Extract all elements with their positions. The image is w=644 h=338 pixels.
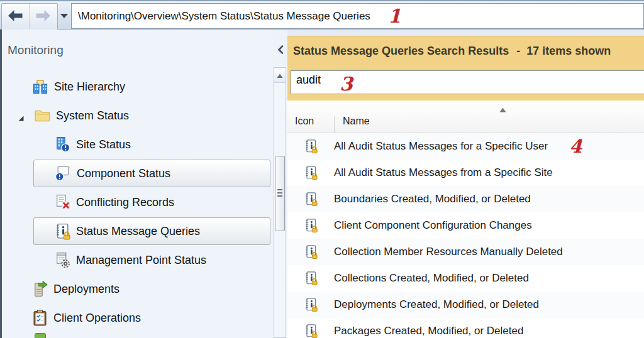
tree-item-label: Client Operations xyxy=(53,312,141,325)
table-row[interactable]: Packages Created, Modified, or Deleted xyxy=(287,318,644,338)
sort-ascending-icon[interactable] xyxy=(499,104,506,115)
tree-item-label: Conflicting Records xyxy=(76,196,174,209)
tree-item-management-point-status[interactable]: Management Point Status xyxy=(2,246,273,275)
column-header-name[interactable]: Name xyxy=(343,116,370,127)
tree-item-conflicting-records[interactable]: Conflicting Records xyxy=(2,188,273,217)
status-message-query-icon xyxy=(287,192,334,207)
vertical-scrollbar[interactable] xyxy=(274,67,286,338)
partial-tree-item-icon xyxy=(35,333,46,338)
annotation-4: 4 xyxy=(569,138,582,156)
tree-item-label: Management Point Status xyxy=(76,254,206,267)
status-message-query-icon xyxy=(287,165,334,180)
tree-item-deployments[interactable]: Deployments xyxy=(2,275,273,303)
status-message-query-icon xyxy=(287,139,334,154)
results-table: Icon Name All Audit Status Messages for … xyxy=(287,101,644,338)
navigation-pane: Monitoring xyxy=(0,30,273,338)
table-row[interactable]: Collection Member Resources Manually Del… xyxy=(287,239,644,265)
workspace-title: Monitoring xyxy=(8,43,64,57)
status-message-query-icon xyxy=(287,271,334,286)
results-pane: Status Message Queries Search Results-17… xyxy=(287,30,644,338)
status-message-query-icon xyxy=(287,244,334,259)
thumb-grip-icon xyxy=(277,189,282,197)
forward-button[interactable] xyxy=(30,4,57,29)
search-input[interactable]: audit 3 xyxy=(291,70,644,94)
table-row[interactable]: Client Component Configuration Changes xyxy=(287,212,644,239)
column-header-icon[interactable]: Icon xyxy=(295,116,314,127)
status-message-queries-icon xyxy=(55,223,70,240)
site-status-icon xyxy=(55,136,70,153)
history-buttons xyxy=(1,3,58,30)
status-message-query-icon xyxy=(287,297,334,312)
tree-item-system-status[interactable]: System Status xyxy=(2,101,273,130)
results-title-dash: - xyxy=(516,45,520,57)
main-area: Monitoring xyxy=(0,30,644,338)
table-row[interactable]: Deployments Created, Modified, or Delete… xyxy=(287,292,644,318)
table-row[interactable]: Boundaries Created, Modified, or Deleted xyxy=(287,186,644,212)
scroll-up-button[interactable] xyxy=(274,68,286,83)
annotation-1: 1 xyxy=(388,7,401,26)
query-name: Deployments Created, Modified, or Delete… xyxy=(334,298,539,311)
navigation-tree: Site Hierarchy System Status xyxy=(2,72,273,332)
query-name: Boundaries Created, Modified, or Deleted xyxy=(334,193,531,205)
scrollbar-thumb[interactable] xyxy=(275,156,285,231)
results-title-text: Status Message Queries Search Results xyxy=(293,45,509,57)
deployments-icon xyxy=(32,281,48,298)
table-row[interactable]: All Audit Status Messages for a Specific… xyxy=(287,133,644,160)
tree-item-label: Status Message Queries xyxy=(76,225,200,238)
collapse-pane-button[interactable] xyxy=(275,45,286,57)
tree-item-client-operations[interactable]: Client Operations xyxy=(2,303,273,332)
tree-item-label: Component Status xyxy=(77,167,170,180)
back-arrow-icon xyxy=(7,8,24,26)
folder-icon xyxy=(35,109,50,123)
tree-item-label: Site Status xyxy=(76,138,131,151)
query-name: Collections Created, Modified, or Delete… xyxy=(334,272,529,285)
tree-item-status-message-queries[interactable]: Status Message Queries 2 xyxy=(2,217,273,246)
tree-item-site-hierarchy[interactable]: Site Hierarchy xyxy=(2,72,273,101)
query-name: Packages Created, Modified, or Deleted xyxy=(334,325,523,337)
status-message-query-icon xyxy=(287,218,334,233)
breadcrumb: \Monitoring\Overview\System Status\Statu… xyxy=(78,10,370,23)
address-bar[interactable]: \Monitoring\Overview\System Status\Statu… xyxy=(71,3,644,29)
search-value: audit xyxy=(296,74,321,87)
results-top-strip xyxy=(287,30,644,36)
triangle-up-icon xyxy=(277,70,283,81)
query-name: Client Component Configuration Changes xyxy=(334,219,532,232)
table-header: Icon Name xyxy=(287,101,644,133)
tree-item-label: Deployments xyxy=(53,283,119,296)
table-row[interactable]: All Audit Status Messages from a Specifi… xyxy=(287,160,644,186)
table-row[interactable]: Collections Created, Modified, or Delete… xyxy=(287,265,644,292)
forward-arrow-icon xyxy=(35,8,52,26)
management-point-status-icon xyxy=(55,252,70,268)
results-count: 17 items shown xyxy=(526,45,611,57)
query-name: Collection Member Resources Manually Del… xyxy=(334,246,563,258)
annotation-3: 3 xyxy=(340,75,353,94)
navigation-scroll-column xyxy=(273,30,287,338)
back-button[interactable] xyxy=(2,4,30,29)
client-operations-icon xyxy=(32,310,48,327)
query-name: All Audit Status Messages for a Specific… xyxy=(334,140,548,153)
column-divider[interactable] xyxy=(334,116,335,133)
tree-item-label: Site Hierarchy xyxy=(54,80,125,94)
site-hierarchy-icon xyxy=(32,79,48,95)
results-header: Status Message Queries Search Results-17… xyxy=(287,36,644,58)
conflicting-records-icon xyxy=(55,194,70,210)
chevron-left-icon xyxy=(277,45,284,57)
chevron-down-icon xyxy=(60,10,68,21)
tree-item-label: System Status xyxy=(56,109,129,123)
tree-item-site-status[interactable]: Site Status xyxy=(2,130,273,159)
sccm-console-window: \Monitoring\Overview\System Status\Statu… xyxy=(0,0,644,338)
history-dropdown-button[interactable] xyxy=(59,12,69,19)
component-status-icon xyxy=(55,165,71,182)
status-message-query-icon xyxy=(287,324,334,338)
tree-expander-icon[interactable] xyxy=(18,112,25,125)
tree-item-component-status[interactable]: Component Status xyxy=(2,159,273,188)
query-name: All Audit Status Messages from a Specifi… xyxy=(334,166,553,179)
navigation-toolbar: \Monitoring\Overview\System Status\Statu… xyxy=(0,0,644,30)
